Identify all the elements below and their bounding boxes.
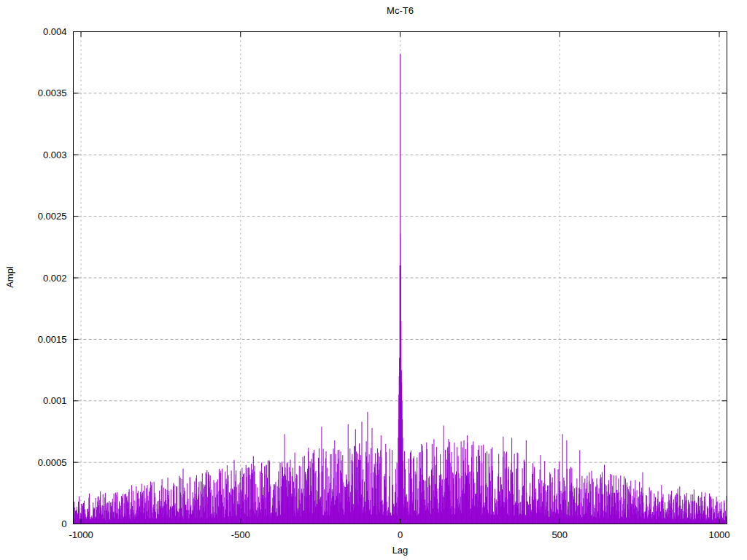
- y-tick-label: 0.0025: [38, 211, 67, 222]
- y-tick-label: 0.0015: [38, 334, 67, 345]
- y-tick-label: 0.003: [43, 149, 67, 160]
- y-tick-label: 0.002: [43, 273, 67, 284]
- y-tick-label: 0.004: [43, 26, 67, 37]
- y-tick-label: 0.0035: [38, 88, 67, 98]
- x-tick-label: -500: [231, 529, 250, 540]
- x-tick-label: -1000: [69, 529, 93, 540]
- chart-canvas: -1000-5000500100000.00050.0010.00150.002…: [0, 0, 747, 560]
- x-tick-label: 1000: [709, 529, 730, 540]
- impulse-series-path: [74, 54, 727, 524]
- chart-figure: Mc-T6 Ampl Lag -1000-5000500100000.00050…: [0, 0, 747, 560]
- x-tick-label: 0: [398, 529, 403, 540]
- y-tick-label: 0.0005: [38, 457, 67, 468]
- x-tick-label: 500: [551, 529, 568, 540]
- y-tick-label: 0.001: [43, 395, 67, 406]
- y-tick-label: 0: [61, 518, 66, 529]
